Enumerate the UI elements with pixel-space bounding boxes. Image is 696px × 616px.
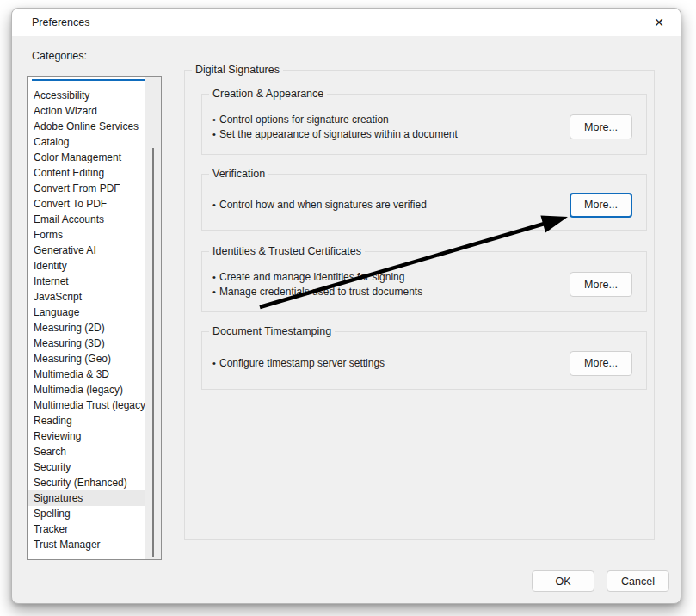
sidebar-item-generative-ai[interactable]: Generative AI bbox=[28, 243, 145, 258]
ok-button[interactable]: OK bbox=[532, 570, 594, 592]
sidebar-item-email-accounts[interactable]: Email Accounts bbox=[28, 212, 145, 227]
bullet-icon: • bbox=[211, 270, 218, 285]
sidebar-item-security[interactable]: Security bbox=[28, 459, 145, 475]
digital-signatures-group: Digital Signatures Creation & Appearance… bbox=[184, 70, 655, 540]
sidebar-item-spelling[interactable]: Spelling bbox=[28, 506, 145, 521]
bullet-text: Set the appearance of signatures within … bbox=[219, 128, 458, 140]
bullet-text: Manage credentials used to trust documen… bbox=[219, 286, 422, 298]
timestamping-more-button[interactable]: More... bbox=[570, 351, 632, 376]
preferences-dialog: Preferences ✕ Categories: Accessibility … bbox=[11, 8, 681, 604]
bullet-icon: • bbox=[211, 127, 218, 142]
bullet-icon: • bbox=[211, 113, 218, 127]
section-verification-title: Verification bbox=[209, 168, 268, 180]
sidebar-item-trust-manager[interactable]: Trust Manager bbox=[28, 537, 145, 552]
sidebar-item-measuring-geo[interactable]: Measuring (Geo) bbox=[28, 351, 145, 367]
sidebar-item-javascript[interactable]: JavaScript bbox=[28, 289, 145, 305]
identities-more-button[interactable]: More... bbox=[570, 272, 632, 297]
sidebar-item-convert-to-pdf[interactable]: Convert To PDF bbox=[28, 196, 145, 212]
bullet-text: Control how and when signatures are veri… bbox=[219, 199, 427, 211]
section-creation-appearance-title: Creation & Appearance bbox=[209, 88, 327, 100]
sidebar-item-internet[interactable]: Internet bbox=[28, 274, 145, 289]
sidebar-item-multimedia-legacy[interactable]: Multimedia (legacy) bbox=[28, 382, 145, 397]
list-scrollbar[interactable] bbox=[145, 77, 161, 559]
verification-more-button[interactable]: More... bbox=[570, 193, 632, 218]
sidebar-item-multimedia-trust-legacy[interactable]: Multimedia Trust (legacy) bbox=[28, 397, 145, 413]
section-identities-bullets: •Create and manage identities for signin… bbox=[211, 270, 422, 299]
sidebar-item-measuring-2d[interactable]: Measuring (2D) bbox=[28, 320, 145, 336]
section-document-timestamping: Document Timestamping •Configure timesta… bbox=[201, 331, 647, 390]
section-creation-appearance-bullets: •Control options for signature creation … bbox=[211, 113, 458, 141]
sidebar-item-catalog[interactable]: Catalog bbox=[28, 134, 145, 150]
section-verification-bullets: •Control how and when signatures are ver… bbox=[211, 198, 427, 213]
window-title: Preferences bbox=[32, 16, 89, 28]
sidebar-item-multimedia-3d[interactable]: Multimedia & 3D bbox=[28, 367, 145, 382]
bullet-text: Configure timestamp server settings bbox=[219, 357, 385, 369]
creation-appearance-more-button[interactable]: More... bbox=[570, 114, 632, 139]
section-creation-appearance: Creation & Appearance •Control options f… bbox=[201, 94, 647, 155]
titlebar: Preferences ✕ bbox=[12, 9, 681, 36]
sidebar-item-language[interactable]: Language bbox=[28, 305, 145, 320]
sidebar-item-convert-from-pdf[interactable]: Convert From PDF bbox=[28, 181, 145, 196]
bullet-icon: • bbox=[211, 198, 218, 213]
sidebar-item-signatures[interactable]: Signatures bbox=[28, 490, 145, 506]
sidebar-item-action-wizard[interactable]: Action Wizard bbox=[28, 103, 145, 119]
sidebar-item-search[interactable]: Search bbox=[28, 444, 145, 459]
section-timestamping-bullets: •Configure timestamp server settings bbox=[211, 356, 385, 371]
close-icon[interactable]: ✕ bbox=[648, 12, 670, 33]
sidebar-item-reviewing[interactable]: Reviewing bbox=[28, 428, 145, 444]
list-scrollbar-thumb[interactable] bbox=[152, 148, 154, 557]
section-identities-title: Identities & Trusted Certificates bbox=[209, 245, 365, 257]
sidebar-item-tracker[interactable]: Tracker bbox=[28, 521, 145, 537]
digital-signatures-group-title: Digital Signatures bbox=[192, 64, 283, 76]
bullet-icon: • bbox=[211, 285, 218, 299]
sidebar-item-measuring-3d[interactable]: Measuring (3D) bbox=[28, 336, 145, 351]
bullet-text: Control options for signature creation bbox=[219, 114, 389, 126]
bullet-text: Create and manage identities for signing bbox=[219, 271, 404, 283]
categories-list[interactable]: Accessibility Action Wizard Adobe Online… bbox=[27, 76, 162, 560]
sidebar-item-security-enhanced[interactable]: Security (Enhanced) bbox=[28, 475, 145, 490]
categories-list-items: Accessibility Action Wizard Adobe Online… bbox=[28, 88, 145, 552]
sidebar-item-forms[interactable]: Forms bbox=[28, 227, 145, 243]
bullet-icon: • bbox=[211, 356, 218, 371]
section-verification: Verification •Control how and when signa… bbox=[201, 174, 647, 231]
sidebar-item-accessibility[interactable]: Accessibility bbox=[28, 88, 145, 103]
cancel-button[interactable]: Cancel bbox=[607, 570, 669, 592]
sidebar-item-adobe-online-services[interactable]: Adobe Online Services bbox=[28, 119, 145, 134]
section-identities-trusted-certificates: Identities & Trusted Certificates •Creat… bbox=[201, 251, 647, 312]
sidebar-item-identity[interactable]: Identity bbox=[28, 258, 145, 274]
sidebar-item-content-editing[interactable]: Content Editing bbox=[28, 165, 145, 181]
sidebar-item-reading[interactable]: Reading bbox=[28, 413, 145, 428]
categories-label: Categories: bbox=[32, 50, 87, 62]
section-timestamping-title: Document Timestamping bbox=[209, 325, 335, 337]
list-scroll-cut-indicator bbox=[32, 79, 145, 81]
sidebar-item-color-management[interactable]: Color Management bbox=[28, 150, 145, 165]
